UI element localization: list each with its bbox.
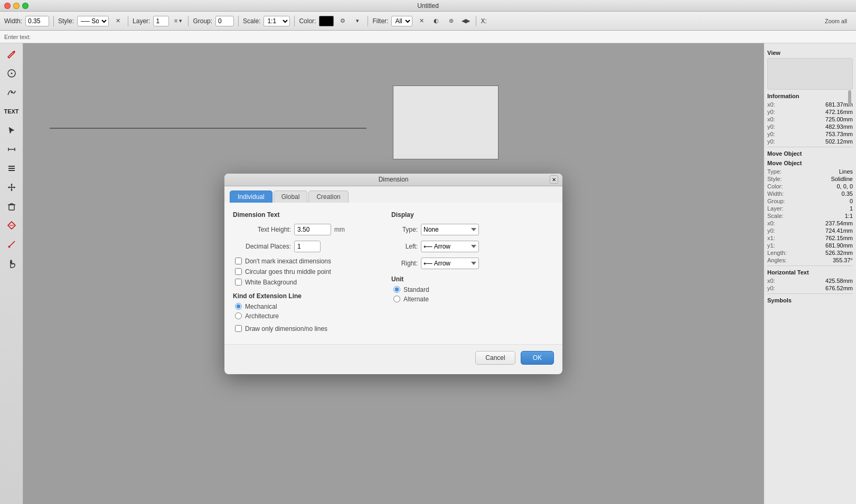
maximize-button[interactable] — [22, 3, 29, 9]
move-tool[interactable] — [3, 178, 21, 196]
delete-tool[interactable] — [3, 197, 21, 215]
circle-tool[interactable] — [3, 64, 21, 82]
filter-btn3[interactable]: ⊛ — [445, 15, 457, 27]
dimension-text-header: Dimension Text — [233, 211, 381, 218]
enter-text-input[interactable] — [33, 34, 852, 40]
measure-tool[interactable] — [3, 235, 21, 253]
view-scrollbar[interactable] — [848, 90, 851, 106]
hatch-tool[interactable] — [3, 216, 21, 234]
minimize-button[interactable] — [13, 3, 20, 9]
mechanical-radio[interactable] — [235, 303, 242, 310]
dialog-columns: Dimension Text Text Height: mm Decimal P… — [233, 211, 554, 336]
svg-rect-7 — [8, 168, 15, 169]
color-settings-button[interactable]: ⚙ — [337, 15, 349, 27]
alternate-radio[interactable] — [393, 296, 400, 302]
architecture-radio[interactable] — [235, 312, 242, 319]
info-y0b-row: y0: 482.93mm — [767, 123, 853, 130]
hty0-label: y0: — [767, 285, 775, 291]
text-tool[interactable]: TEXT — [3, 102, 21, 120]
cancel-button[interactable]: Cancel — [475, 351, 515, 365]
canvas-area[interactable]: Dimension ✕ Individual Global Creation D… — [23, 43, 764, 504]
view-panel — [767, 58, 853, 90]
filter-btn4[interactable]: ◀▶ — [460, 15, 472, 27]
layers-tool[interactable] — [3, 159, 21, 177]
type-select[interactable]: None Arrow Tick Dot — [421, 224, 479, 235]
divider2 — [767, 265, 853, 266]
y0-value-rs: 724.41mm — [825, 227, 853, 234]
mechanical-label: Mechanical — [245, 303, 277, 310]
layer-list-button[interactable]: ≡ ▾ — [172, 15, 184, 27]
text-height-input[interactable] — [294, 224, 331, 235]
length-label-rs: Length: — [767, 250, 787, 256]
color-extra-button[interactable]: ▾ — [352, 15, 363, 27]
architecture-label: Architecture — [245, 312, 279, 320]
close-button[interactable] — [4, 3, 11, 9]
style-clear-button[interactable]: ✕ — [112, 15, 124, 27]
dialog-close-button[interactable]: ✕ — [550, 175, 558, 184]
standard-radio[interactable] — [393, 286, 400, 293]
color-picker[interactable] — [319, 16, 334, 26]
color-value-rs: 0, 0, 0 — [836, 183, 853, 189]
filter-btn2[interactable]: ◐ — [430, 15, 442, 27]
layer-row-rs: Layer: 1 — [767, 205, 853, 212]
filter-select[interactable]: All — [391, 16, 412, 26]
info-y0c-row: y0: 753.73mm — [767, 131, 853, 137]
inexact-checkbox[interactable] — [235, 258, 242, 264]
select-tool[interactable] — [3, 121, 21, 139]
hand-tool[interactable] — [3, 254, 21, 272]
info-y0d-value: 502.12mm — [825, 138, 853, 145]
information-title: Information — [767, 93, 853, 99]
sep4 — [238, 16, 239, 26]
text-height-unit: mm — [334, 226, 345, 233]
group-label-rs: Group: — [767, 198, 785, 204]
pencil-tool[interactable] — [3, 45, 21, 63]
filter-btn1[interactable]: ✕ — [416, 15, 427, 27]
unit-header: Unit — [391, 275, 554, 283]
global-tab[interactable]: Global — [274, 191, 308, 203]
hty0-value: 676.52mm — [825, 285, 853, 291]
standard-radio-row: Standard — [391, 286, 554, 293]
y1-value-rs: 681.90mm — [825, 242, 853, 249]
group-input[interactable] — [215, 16, 234, 26]
scale-select[interactable]: 1:1 — [264, 16, 290, 26]
info-y0b-label: y0: — [767, 123, 775, 130]
width-input[interactable] — [25, 16, 49, 26]
divider3 — [767, 293, 853, 294]
right-sidebar: View Information x0: 681.37mm y0: 472.16… — [764, 43, 856, 504]
window-controls[interactable] — [4, 3, 29, 9]
left-select[interactable]: ⟵ Arrow Tick Dot None — [421, 241, 479, 252]
color-label: Color: — [299, 17, 316, 25]
info-y0c-label: y0: — [767, 131, 775, 137]
type-value-rs: Lines — [839, 168, 853, 175]
y1-row-rs: y1: 681.90mm — [767, 242, 853, 249]
white-bg-checkbox[interactable] — [235, 279, 242, 286]
svg-rect-9 — [9, 205, 14, 210]
extension-line-label: Kind of Extension Line — [233, 292, 381, 300]
draw-only-checkbox[interactable] — [235, 325, 242, 332]
filter-label: Filter: — [372, 17, 388, 25]
width-label-rs: Width: — [767, 191, 784, 197]
type-row-rs: Type: Lines — [767, 168, 853, 175]
circular-label: Circular goes thru middle point — [245, 268, 331, 275]
individual-tab[interactable]: Individual — [230, 191, 272, 203]
x1-value-rs: 762.15mm — [825, 235, 853, 241]
decimal-places-input[interactable] — [294, 241, 321, 252]
htx0-label: x0: — [767, 278, 775, 284]
circular-checkbox[interactable] — [235, 268, 242, 275]
type-select-wrapper: None Arrow Tick Dot — [421, 224, 479, 235]
inexact-label: Don't mark inexact dimensions — [245, 258, 331, 265]
style-select[interactable]: ── Solid — [77, 16, 109, 26]
left-sidebar: TEXT — [0, 43, 23, 504]
dimension-tool-sidebar[interactable] — [3, 140, 21, 158]
creation-tab[interactable]: Creation — [308, 191, 348, 203]
layer-input[interactable] — [153, 16, 169, 26]
ok-button[interactable]: OK — [521, 351, 554, 365]
alternate-label: Alternate — [403, 296, 429, 303]
white-bg-label: White Background — [245, 279, 297, 286]
right-select[interactable]: ⟵ Arrow Tick Dot None — [421, 258, 479, 269]
unit-section: Unit Standard Alternate — [391, 275, 554, 303]
zoom-all-button[interactable]: Zoom all — [820, 15, 852, 27]
circular-cb-row: Circular goes thru middle point — [233, 268, 381, 275]
decimal-places-row: Decimal Places: — [233, 241, 381, 252]
spline-tool[interactable] — [3, 83, 21, 101]
